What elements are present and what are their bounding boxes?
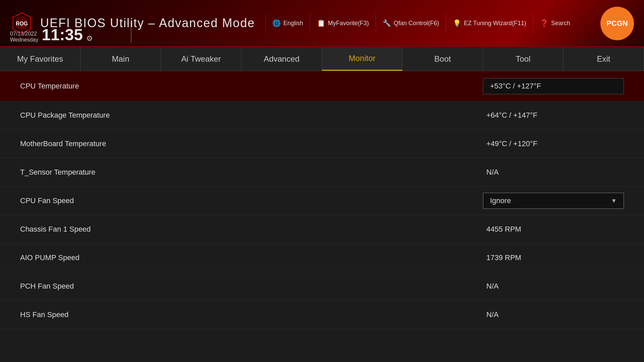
value-t-sensor-temp: N/A [473,168,624,177]
nav-bar: My Favorites Main Ai Tweaker Advanced Mo… [0,47,644,71]
header-divider [131,23,131,43]
datetime-section: 07/13/2022 Wednesday 11:35 ⚙ [10,27,93,43]
label-t-sensor-temp: T_Sensor Temperature [20,168,473,177]
value-plain-t-sensor-temp: N/A [483,168,499,176]
value-cpu-temp: +53°C / +127°F [473,78,624,94]
value-plain-pch-fan: N/A [483,282,499,290]
value-chassis-fan1: 4455 RPM [473,225,624,234]
dropdown-arrow-icon: ▼ [611,197,617,204]
value-plain-aio-pump: 1739 RPM [483,253,521,262]
value-cpu-pkg-temp: +64°C / +147°F [473,111,624,120]
row-pch-fan: PCH Fan Speed N/A [0,272,644,301]
label-cpu-pkg-temp: CPU Package Temperature [20,111,473,120]
gear-icon[interactable]: ⚙ [86,34,93,43]
toolbar-myfavorite-label: MyFavorite(F3) [328,20,369,27]
tab-main[interactable]: Main [80,47,161,71]
label-hs-fan: HS Fan Speed [20,310,473,319]
search-help-icon: ❓ [540,19,548,27]
tab-my-favorites[interactable]: My Favorites [0,47,80,71]
myfavorite-icon: 📋 [317,19,325,27]
time: 11:35 [42,27,83,43]
value-pch-fan: N/A [473,282,624,291]
toolbar-eztuning-label: EZ Tuning Wizard(F11) [464,20,526,27]
value-plain-hs-fan: N/A [483,310,499,319]
toolbar-language[interactable]: 🌐 English [265,13,310,33]
label-chassis-fan1: Chassis Fan 1 Speed [20,225,473,234]
value-plain-mb-temp: +49°C / +120°F [483,139,537,148]
select-cpu-fan-speed[interactable]: Ignore ▼ [483,193,624,209]
row-t-sensor-temp: T_Sensor Temperature N/A [0,158,644,187]
label-mb-temp: MotherBoard Temperature [20,139,473,148]
header-toolbar: 🌐 English 📋 MyFavorite(F3) 🔧 Qfan Contro… [265,0,577,46]
value-aio-pump: 1739 RPM [473,253,624,262]
toolbar-language-label: English [283,20,303,27]
tab-boot[interactable]: Boot [402,47,483,71]
eztuning-icon: 💡 [453,19,461,27]
toolbar-search[interactable]: ❓ Search [533,13,577,33]
row-cpu-fan-speed: CPU Fan Speed Ignore ▼ [0,187,644,215]
tab-ai-tweaker[interactable]: Ai Tweaker [161,47,241,71]
tab-advanced[interactable]: Advanced [241,47,322,71]
pcgn-badge: PCGN [600,7,634,40]
row-cpu-pkg-temp: CPU Package Temperature +64°C / +147°F [0,101,644,130]
toolbar-qfan[interactable]: 🔧 Qfan Control(F6) [376,13,446,33]
tab-exit[interactable]: Exit [564,47,644,71]
toolbar-search-label: Search [551,20,570,27]
date: 07/13/2022 [10,31,38,37]
select-cpu-fan-value: Ignore [490,196,511,205]
day: Wednesday [10,37,38,43]
toolbar-eztuning[interactable]: 💡 EZ Tuning Wizard(F11) [446,13,533,33]
row-hs-fan: HS Fan Speed N/A [0,301,644,329]
globe-icon: 🌐 [272,19,281,27]
label-cpu-fan-speed: CPU Fan Speed [20,196,473,205]
value-hs-fan: N/A [473,310,624,319]
value-box-cpu-temp: +53°C / +127°F [483,78,624,94]
label-cpu-temp: CPU Temperature [20,82,473,90]
label-aio-pump: AIO PUMP Speed [20,253,473,262]
qfan-icon: 🔧 [383,19,391,27]
value-mb-temp: +49°C / +120°F [473,139,624,148]
value-cpu-fan-speed: Ignore ▼ [473,193,624,209]
row-mb-temp: MotherBoard Temperature +49°C / +120°F [0,130,644,158]
svg-text:ROG: ROG [16,21,28,26]
value-plain-cpu-pkg-temp: +64°C / +147°F [483,111,537,119]
tab-tool[interactable]: Tool [483,47,564,71]
date-display: 07/13/2022 Wednesday [10,31,40,43]
row-chassis-fan1: Chassis Fan 1 Speed 4455 RPM [0,215,644,244]
value-plain-chassis-fan1: 4455 RPM [483,225,521,233]
label-pch-fan: PCH Fan Speed [20,282,473,291]
row-cpu-temp: CPU Temperature +53°C / +127°F [0,71,644,101]
toolbar-qfan-label: Qfan Control(F6) [394,20,439,27]
toolbar-myfavorite[interactable]: 📋 MyFavorite(F3) [310,13,376,33]
tab-monitor[interactable]: Monitor [322,47,402,71]
row-aio-pump: AIO PUMP Speed 1739 RPM [0,244,644,272]
header: ROG UEFI BIOS Utility – Advanced Mode 07… [0,0,644,47]
monitor-content: CPU Temperature +53°C / +127°F CPU Packa… [0,71,644,362]
